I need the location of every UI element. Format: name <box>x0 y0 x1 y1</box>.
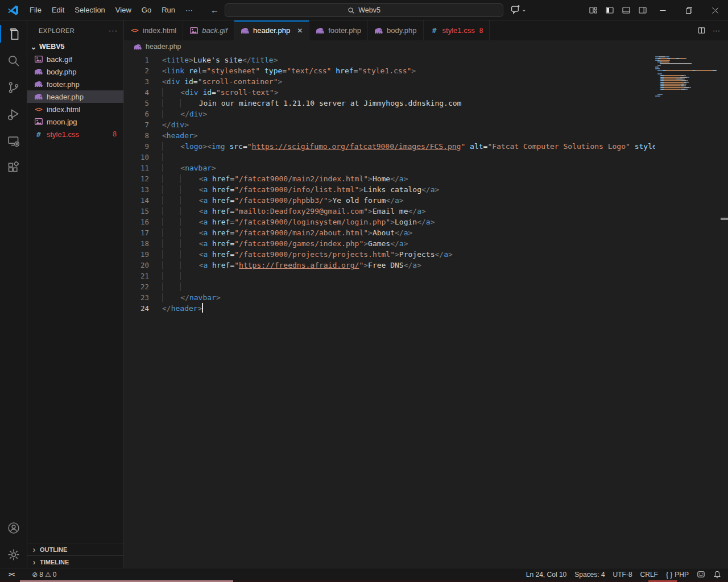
menu-selection[interactable]: Selection <box>69 3 110 16</box>
file-row-back-gif[interactable]: back.gif <box>27 53 123 65</box>
code-line[interactable]: 19 <a href="/fatcat9000/projects/project… <box>124 249 728 260</box>
minimize-button[interactable] <box>650 0 676 20</box>
code-line[interactable]: 3<div id="scroll-container"> <box>124 76 728 87</box>
file-row-moon-jpg[interactable]: moon.jpg <box>27 115 123 128</box>
code-line[interactable]: 18 <a href="/fatcat9000/games/index.php"… <box>124 238 728 249</box>
tab-body-php[interactable]: body.php <box>368 20 424 40</box>
php-file-icon <box>134 43 142 51</box>
menu-edit[interactable]: Edit <box>47 3 69 16</box>
code-line[interactable]: 10 <box>124 152 728 163</box>
code-line[interactable]: 7</div> <box>124 119 728 130</box>
problems-status[interactable]: ⊘ 8 ⚠ 0 <box>28 568 60 581</box>
notifications-button[interactable] <box>709 568 728 581</box>
overview-ruler[interactable] <box>721 53 728 568</box>
split-editor-icon[interactable] <box>697 26 706 35</box>
close-window-icon <box>712 7 718 14</box>
file-name: index.html <box>47 105 80 114</box>
code-line[interactable]: 23 </navbar> <box>124 292 728 303</box>
code-line[interactable]: 20 <a href="https://freedns.afraid.org/"… <box>124 260 728 271</box>
search-view-icon[interactable] <box>0 47 27 74</box>
chevron-right-icon: › <box>31 558 38 567</box>
code-line[interactable]: 15 <a href="mailto:Deadfoxy299@gmail.com… <box>124 206 728 217</box>
code-line[interactable]: 21 <box>124 271 728 281</box>
php-file-icon <box>34 80 43 89</box>
tab-footer-php[interactable]: footer.php <box>309 20 368 40</box>
tab-label: header.php <box>253 26 290 35</box>
indentation[interactable]: Spaces: 4 <box>570 568 609 581</box>
run-debug-icon[interactable] <box>0 101 27 127</box>
code-line[interactable]: 17 <a href="/fatcat9000/main2/about.html… <box>124 227 728 238</box>
toggle-primary-sidebar-icon[interactable] <box>605 6 614 15</box>
section-label: OUTLINE <box>40 546 67 553</box>
toggle-panel-icon[interactable] <box>622 6 631 15</box>
editor-area: <> index.html back.gif header.php ✕ foot… <box>124 20 728 568</box>
file-row-style1-css[interactable]: # style1.css 8 <box>27 128 123 140</box>
customize-layout-icon[interactable] <box>589 6 598 15</box>
cursor-position[interactable]: Ln 24, Col 10 <box>522 568 570 581</box>
workspace-folder-row[interactable]: ⌄ WEBV5 <box>27 40 123 53</box>
close-tab-icon[interactable]: ✕ <box>297 27 303 35</box>
close-window-button[interactable] <box>702 0 728 20</box>
restore-button[interactable] <box>676 0 702 20</box>
code-line[interactable]: 5 Join our minecraft 1.21.10 server at J… <box>124 98 728 109</box>
file-row-index-html[interactable]: <> index.html <box>27 103 123 115</box>
code-line[interactable]: 12 <a href="/fatcat9000/main2/index.html… <box>124 173 728 184</box>
code-line[interactable]: 16 <a href="/fatcat9000/loginsystem/logi… <box>124 217 728 227</box>
chevron-right-icon: › <box>31 545 38 554</box>
copilot-button[interactable]: ⌄ <box>511 5 526 14</box>
browser-preview-button[interactable] <box>693 568 709 581</box>
remote-indicator[interactable]: >< <box>5 568 18 581</box>
account-icon[interactable] <box>0 514 27 541</box>
outline-section[interactable]: › OUTLINE <box>27 543 123 555</box>
menubar: File Edit Selection View Go Run ··· <box>24 3 198 16</box>
tab-style1-css[interactable]: # style1.css 8 <box>424 20 490 40</box>
eol-sequence[interactable]: CRLF <box>636 568 662 581</box>
menu-file[interactable]: File <box>24 3 47 16</box>
code-line[interactable]: 24</header> <box>124 303 728 314</box>
menu-run[interactable]: Run <box>156 3 180 16</box>
code-line[interactable]: 1<title>Luke's site</title> <box>124 55 728 65</box>
breadcrumb[interactable]: header.php <box>124 40 728 53</box>
file-name: body.php <box>47 68 77 76</box>
code-editor[interactable]: 1<title>Luke's site</title>2<link rel="s… <box>124 53 728 568</box>
code-line[interactable]: 6 </div> <box>124 109 728 119</box>
code-line[interactable]: 2<link rel="stylesheet" type="text/css" … <box>124 65 728 76</box>
explorer-more-actions-icon[interactable]: ··· <box>109 26 118 35</box>
extensions-icon[interactable] <box>0 154 27 181</box>
code-line[interactable]: 4 <div id="scroll-text"> <box>124 87 728 98</box>
minimap-content <box>655 56 720 97</box>
nav-back-icon[interactable]: ← <box>210 5 219 15</box>
code-line[interactable]: 22 <box>124 281 728 292</box>
menu-view[interactable]: View <box>110 3 136 16</box>
toggle-secondary-sidebar-icon[interactable] <box>638 6 647 15</box>
code-line[interactable]: 8<header> <box>124 130 728 141</box>
explorer-icon[interactable] <box>0 20 27 47</box>
source-control-icon[interactable] <box>0 74 27 101</box>
minimap[interactable] <box>655 56 720 568</box>
menu-more[interactable]: ··· <box>180 3 198 16</box>
file-name: back.gif <box>47 55 72 64</box>
timeline-section[interactable]: › TIMELINE <box>27 555 123 568</box>
copilot-chat-icon <box>511 5 520 14</box>
remote-explorer-icon[interactable] <box>0 127 27 154</box>
code-line[interactable]: 9 <logo><img src="https://scigifumo.org/… <box>124 141 728 152</box>
file-row-header-php[interactable]: header.php <box>27 90 123 103</box>
code-line[interactable]: 14 <a href="/fatcat9000/phpbb3/">Ye old … <box>124 195 728 206</box>
css-file-icon: # <box>430 26 439 35</box>
settings-gear-icon[interactable] <box>0 541 27 568</box>
tab-back-gif[interactable]: back.gif <box>183 20 234 40</box>
language-mode[interactable]: { } PHP <box>662 568 693 581</box>
tab-header-php[interactable]: header.php ✕ <box>234 20 309 40</box>
tab-label: index.html <box>143 26 176 35</box>
code-line[interactable]: 11 <navbar> <box>124 163 728 173</box>
code-lines[interactable]: 1<title>Luke's site</title>2<link rel="s… <box>124 55 728 314</box>
encoding[interactable]: UTF-8 <box>609 568 636 581</box>
css-file-icon: # <box>34 130 43 139</box>
editor-more-actions-icon[interactable]: ··· <box>713 26 720 35</box>
file-row-body-php[interactable]: body.php <box>27 65 123 78</box>
menu-go[interactable]: Go <box>136 3 156 16</box>
file-row-footer-php[interactable]: footer.php <box>27 78 123 90</box>
code-line[interactable]: 13 <a href="/fatcat9000/info/list.html">… <box>124 184 728 195</box>
command-center-search[interactable]: Webv5 <box>225 3 503 17</box>
tab-index-html[interactable]: <> index.html <box>124 20 183 40</box>
